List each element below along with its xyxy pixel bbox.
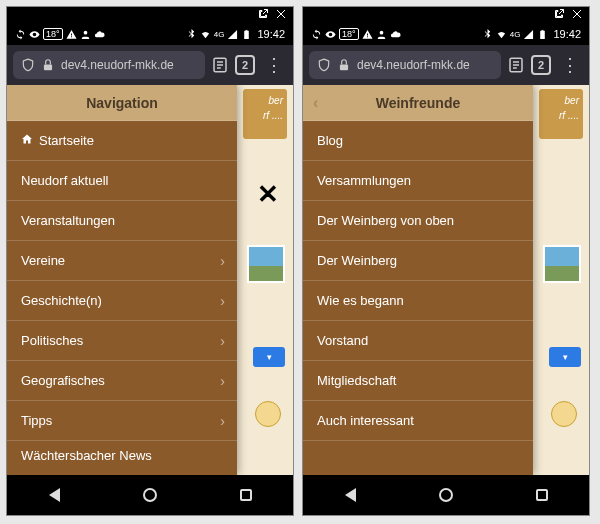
banner-text-1: ber [565, 95, 579, 106]
shield-icon [317, 58, 331, 72]
back-button[interactable] [345, 488, 356, 502]
page-viewport: ber rf .... ✕ ▾ Navigation StartseiteNeu… [7, 85, 293, 475]
chevron-right-icon: › [220, 253, 225, 269]
drawer-list: BlogVersammlungenDer Weinberg von obenDe… [303, 121, 533, 475]
recents-button[interactable] [240, 489, 252, 501]
person-icon [80, 29, 91, 40]
android-status-bar: 18° 4G 19:42 [7, 23, 293, 45]
url-text: dev4.neudorf-mkk.de [357, 58, 470, 72]
popout-icon[interactable] [257, 8, 269, 23]
drawer-back-icon[interactable]: ‹ [313, 94, 318, 112]
banner-text-1: ber [269, 95, 283, 106]
page-viewport: ber rf .... ▾ ‹ Weinfreunde BlogVersamml… [303, 85, 589, 475]
drawer-item-label: Auch interessant [317, 413, 414, 428]
url-text: dev4.neudorf-mkk.de [61, 58, 174, 72]
warning-icon [66, 29, 77, 40]
drawer-item[interactable]: Wie es begann [303, 281, 533, 321]
drawer-header: ‹ Weinfreunde [303, 85, 533, 121]
warning-icon [362, 29, 373, 40]
drawer-item[interactable]: Startseite [7, 121, 237, 161]
lock-icon [41, 58, 55, 72]
url-field[interactable]: dev4.neudorf-mkk.de [309, 51, 501, 79]
drawer-item[interactable]: Vorstand [303, 321, 533, 361]
browser-menu-icon[interactable]: ⋮ [557, 56, 583, 74]
background-banner: ber rf .... [243, 89, 287, 139]
drawer-item-label: Veranstaltungen [21, 213, 115, 228]
drawer-list: StartseiteNeudorf aktuellVeranstaltungen… [7, 121, 237, 475]
home-button[interactable] [143, 488, 157, 502]
drawer-item[interactable]: Veranstaltungen [7, 201, 237, 241]
svg-rect-3 [44, 64, 52, 70]
temperature: 18° [339, 28, 359, 40]
banner-text-2: rf .... [263, 110, 283, 121]
drawer-item[interactable]: Wächtersbacher News [7, 441, 237, 469]
url-field[interactable]: dev4.neudorf-mkk.de [13, 51, 205, 79]
browser-menu-icon[interactable]: ⋮ [261, 56, 287, 74]
reader-mode-icon[interactable] [211, 56, 229, 74]
svg-rect-10 [542, 29, 544, 30]
background-close-icon[interactable]: ✕ [257, 179, 279, 210]
svg-point-0 [83, 30, 87, 34]
reader-mode-icon[interactable] [507, 56, 525, 74]
home-icon [21, 133, 33, 148]
drawer-item-label: Politisches [21, 333, 83, 348]
drawer-item-label: Startseite [39, 133, 94, 148]
drawer-item-label: Geschichte(n) [21, 293, 102, 308]
shield-icon [21, 58, 35, 72]
close-icon[interactable] [571, 8, 583, 23]
drawer-item-label: Tipps [21, 413, 52, 428]
background-badge [255, 401, 281, 427]
drawer-item-label: Neudorf aktuell [21, 173, 108, 188]
network-type: 4G [214, 30, 225, 39]
sync-icon [311, 29, 322, 40]
chevron-right-icon: › [220, 333, 225, 349]
wifi-icon [200, 29, 211, 40]
background-dropdown-chip[interactable]: ▾ [549, 347, 581, 367]
background-photo [543, 245, 581, 283]
drawer-item-label: Blog [317, 133, 343, 148]
drawer-item-label: Geografisches [21, 373, 105, 388]
drawer-header: Navigation [7, 85, 237, 121]
recents-button[interactable] [536, 489, 548, 501]
drawer-item[interactable]: Neudorf aktuell [7, 161, 237, 201]
popout-icon[interactable] [553, 8, 565, 23]
drawer-item[interactable]: Vereine› [7, 241, 237, 281]
clock: 19:42 [553, 28, 581, 40]
browser-url-bar: dev4.neudorf-mkk.de 2 ⋮ [7, 45, 293, 85]
drawer-item[interactable]: Tipps› [7, 401, 237, 441]
battery-icon [241, 29, 252, 40]
signal-icon [523, 29, 534, 40]
eye-icon [325, 29, 336, 40]
phone-right: 18° 4G 19:42 dev4.neudorf-mkk.de 2 ⋮ ber [302, 6, 590, 516]
drawer-item[interactable]: Mitgliedschaft [303, 361, 533, 401]
signal-icon [227, 29, 238, 40]
sync-icon [15, 29, 26, 40]
svg-point-8 [379, 30, 383, 34]
background-banner: ber rf .... [539, 89, 583, 139]
drawer-item[interactable]: Geschichte(n)› [7, 281, 237, 321]
drawer-item[interactable]: Blog [303, 121, 533, 161]
bluetooth-icon [482, 29, 493, 40]
tab-counter[interactable]: 2 [235, 55, 255, 75]
home-button[interactable] [439, 488, 453, 502]
close-icon[interactable] [275, 8, 287, 23]
drawer-title: Navigation [86, 95, 158, 111]
drawer-item[interactable]: Geografisches› [7, 361, 237, 401]
window-titlebar [7, 7, 293, 23]
drawer-item[interactable]: Auch interessant [303, 401, 533, 441]
background-dropdown-chip[interactable]: ▾ [253, 347, 285, 367]
eye-icon [29, 29, 40, 40]
back-button[interactable] [49, 488, 60, 502]
drawer-item[interactable]: Der Weinberg von oben [303, 201, 533, 241]
wifi-icon [496, 29, 507, 40]
drawer-item[interactable]: Der Weinberg [303, 241, 533, 281]
person-icon [376, 29, 387, 40]
svg-rect-11 [340, 64, 348, 70]
svg-rect-2 [246, 29, 248, 30]
chevron-right-icon: › [220, 413, 225, 429]
lock-icon [337, 58, 351, 72]
drawer-item[interactable]: Politisches› [7, 321, 237, 361]
banner-text-2: rf .... [559, 110, 579, 121]
tab-counter[interactable]: 2 [531, 55, 551, 75]
drawer-item[interactable]: Versammlungen [303, 161, 533, 201]
